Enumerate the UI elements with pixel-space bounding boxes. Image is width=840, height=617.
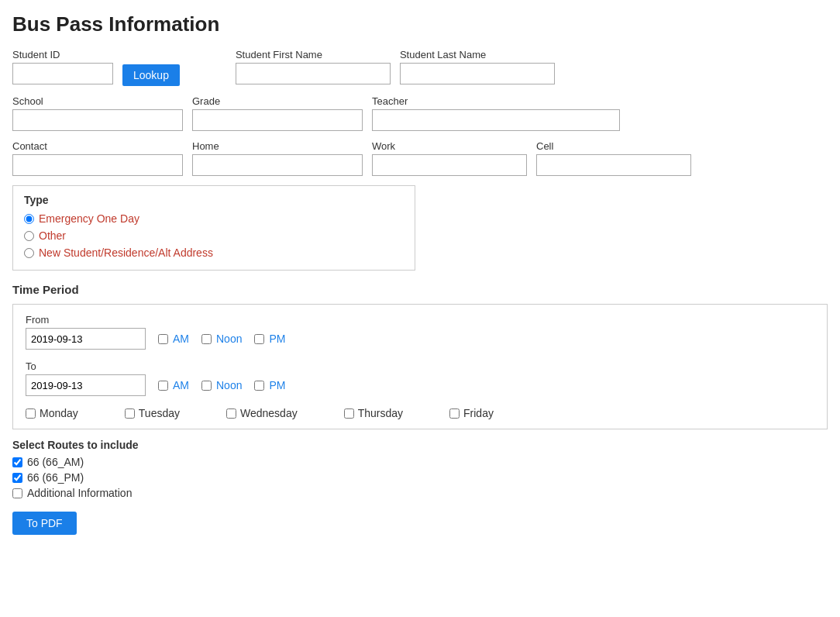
days-row: Monday Tuesday Wednesday Thursday Friday (26, 407, 814, 419)
student-last-name-label: Student Last Name (400, 49, 555, 60)
thursday-label[interactable]: Thursday (358, 407, 403, 419)
student-last-name-input[interactable] (400, 63, 555, 84)
route-item-pm[interactable]: 66 (66_PM) (12, 471, 828, 484)
from-am-checkbox[interactable] (158, 334, 168, 344)
monday-checkbox[interactable] (26, 408, 36, 419)
type-radio-emergency[interactable] (24, 214, 34, 224)
to-label: To (26, 360, 814, 372)
type-radio-new-student[interactable] (24, 248, 34, 258)
to-am-label[interactable]: AM (173, 379, 189, 391)
time-period-box: From AM Noon PM To (12, 304, 828, 429)
tuesday-checkbox[interactable] (125, 408, 135, 419)
route-pm-label[interactable]: 66 (66_PM) (27, 471, 84, 484)
to-date-input[interactable] (26, 374, 146, 396)
additional-info-item[interactable]: Additional Information (12, 487, 828, 499)
to-pm-checkbox[interactable] (254, 381, 264, 391)
route-pm-checkbox[interactable] (12, 473, 22, 483)
school-input[interactable] (12, 109, 183, 131)
type-title: Type (24, 194, 404, 206)
monday-label[interactable]: Monday (40, 407, 78, 419)
student-first-name-label: Student First Name (236, 49, 391, 60)
contact-input[interactable] (12, 154, 183, 176)
friday-label[interactable]: Friday (463, 407, 494, 419)
routes-section: Select Routes to include 66 (66_AM) 66 (… (12, 439, 828, 484)
tuesday-item[interactable]: Tuesday (125, 407, 180, 419)
grade-label: Grade (192, 95, 363, 107)
work-label: Work (372, 140, 527, 152)
type-option-emergency[interactable]: Emergency One Day (24, 212, 404, 225)
teacher-label: Teacher (372, 95, 620, 107)
to-pdf-button[interactable]: To PDF (12, 512, 77, 535)
grade-input[interactable] (192, 109, 363, 131)
type-radio-other[interactable] (24, 231, 34, 241)
type-option-new-student-label: New Student/Residence/Alt Address (39, 246, 213, 259)
to-noon-label[interactable]: Noon (216, 379, 242, 391)
wednesday-item[interactable]: Wednesday (226, 407, 298, 419)
routes-title: Select Routes to include (12, 439, 828, 451)
type-option-other-label: Other (39, 229, 66, 242)
time-period-title: Time Period (12, 283, 828, 296)
from-noon-checkbox[interactable] (201, 334, 212, 344)
from-am-label[interactable]: AM (173, 333, 189, 345)
type-option-emergency-label: Emergency One Day (39, 212, 139, 225)
cell-input[interactable] (536, 154, 691, 176)
wednesday-label[interactable]: Wednesday (240, 407, 298, 419)
to-am-checkbox[interactable] (158, 381, 168, 391)
student-first-name-input[interactable] (236, 63, 391, 84)
route-am-label[interactable]: 66 (66_AM) (27, 456, 84, 468)
from-pm-checkbox[interactable] (254, 334, 264, 344)
home-input[interactable] (192, 154, 363, 176)
route-am-checkbox[interactable] (12, 457, 22, 467)
work-input[interactable] (372, 154, 527, 176)
lookup-button[interactable]: Lookup (122, 64, 180, 86)
school-label: School (12, 95, 183, 107)
student-id-input[interactable] (12, 63, 113, 84)
additional-info-label[interactable]: Additional Information (27, 487, 132, 499)
type-option-other[interactable]: Other (24, 229, 404, 242)
home-label: Home (192, 140, 363, 152)
student-id-label: Student ID (12, 49, 113, 60)
type-section: Type Emergency One Day Other New Student… (12, 185, 415, 271)
from-pm-label[interactable]: PM (269, 333, 285, 345)
route-item-am[interactable]: 66 (66_AM) (12, 456, 828, 468)
to-pm-label[interactable]: PM (269, 379, 285, 391)
friday-item[interactable]: Friday (449, 407, 494, 419)
from-date-input[interactable] (26, 328, 146, 350)
to-noon-checkbox[interactable] (201, 381, 212, 391)
friday-checkbox[interactable] (449, 408, 460, 419)
thursday-checkbox[interactable] (344, 408, 354, 419)
from-noon-label[interactable]: Noon (216, 333, 242, 345)
contact-label: Contact (12, 140, 183, 152)
page-title: Bus Pass Information (12, 12, 828, 36)
type-option-new-student[interactable]: New Student/Residence/Alt Address (24, 246, 404, 259)
teacher-input[interactable] (372, 109, 620, 131)
type-radio-group: Emergency One Day Other New Student/Resi… (24, 212, 404, 259)
monday-item[interactable]: Monday (26, 407, 78, 419)
wednesday-checkbox[interactable] (226, 408, 236, 419)
additional-info-checkbox[interactable] (12, 488, 22, 498)
from-label: From (26, 314, 814, 326)
thursday-item[interactable]: Thursday (344, 407, 403, 419)
tuesday-label[interactable]: Tuesday (139, 407, 180, 419)
cell-label: Cell (536, 140, 691, 152)
